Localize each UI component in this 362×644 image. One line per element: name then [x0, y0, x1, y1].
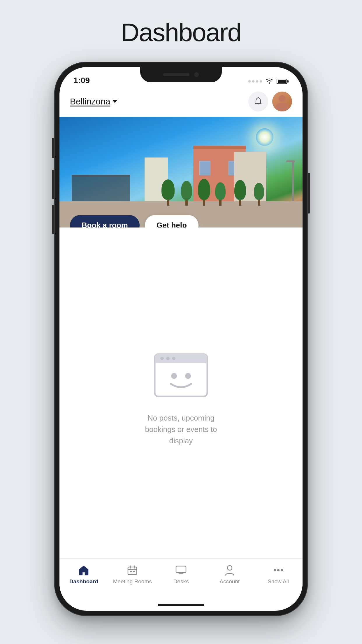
svg-point-17 — [281, 569, 283, 571]
svg-rect-10 — [128, 567, 137, 575]
page-title: Dashboard — [121, 18, 241, 47]
tree-3 — [198, 179, 210, 206]
status-icons — [248, 78, 289, 85]
battery-icon — [277, 79, 289, 84]
notifications-button[interactable] — [248, 92, 268, 111]
svg-point-8 — [171, 373, 177, 379]
sun-decoration — [256, 128, 273, 146]
more-icon — [272, 564, 285, 577]
tree-1 — [161, 179, 175, 206]
svg-point-7 — [172, 357, 175, 360]
tab-desks-label: Desks — [173, 578, 189, 585]
tree-2 — [181, 181, 192, 206]
svg-point-6 — [166, 357, 170, 360]
avatar[interactable] — [272, 92, 292, 111]
canopy-building — [72, 175, 130, 204]
empty-message: No posts, upcoming bookings or events to… — [137, 412, 225, 447]
home-indicator — [158, 604, 204, 606]
camera — [194, 72, 199, 77]
app-content: Bellinzona — [59, 88, 303, 558]
chevron-down-icon — [113, 100, 117, 103]
volume-down-button — [52, 205, 54, 234]
tree-6 — [254, 183, 264, 206]
tab-dashboard-label: Dashboard — [69, 578, 98, 585]
phone-shell: 1:09 — [54, 62, 308, 616]
get-help-button[interactable]: Get help — [145, 215, 198, 228]
home-icon — [77, 564, 90, 577]
power-button — [308, 173, 310, 214]
svg-rect-12 — [133, 571, 135, 572]
location-selector[interactable]: Bellinzona — [70, 97, 117, 106]
phone-screen: 1:09 — [59, 67, 303, 611]
tab-meeting-rooms[interactable]: Meeting Rooms — [108, 564, 157, 585]
tab-account[interactable]: Account — [205, 564, 254, 585]
hero-buttons: Book a room Get help — [70, 215, 198, 228]
notch — [140, 67, 222, 82]
empty-illustration — [152, 351, 210, 404]
book-room-button[interactable]: Book a room — [70, 215, 140, 228]
app-header: Bellinzona — [59, 88, 303, 117]
svg-point-9 — [185, 373, 191, 379]
header-actions — [248, 92, 292, 111]
mute-button — [52, 138, 54, 158]
home-bar — [59, 599, 303, 611]
empty-state: No posts, upcoming bookings or events to… — [59, 228, 303, 558]
hero-image: Book a room Get help — [59, 117, 303, 228]
person-icon — [223, 564, 236, 577]
svg-point-0 — [269, 83, 270, 84]
tab-bar: Dashboard Meeting Rooms — [59, 558, 303, 599]
tab-desks[interactable]: Desks — [157, 564, 205, 585]
wifi-icon — [265, 78, 274, 85]
tab-account-label: Account — [219, 578, 240, 585]
svg-rect-11 — [130, 571, 132, 572]
status-time: 1:09 — [73, 76, 90, 85]
tab-show-all[interactable]: Show All — [254, 564, 303, 585]
volume-up-button — [52, 170, 54, 199]
svg-point-1 — [258, 97, 259, 98]
svg-point-5 — [160, 357, 164, 360]
avatar-image — [272, 92, 292, 111]
svg-rect-13 — [176, 566, 186, 573]
tree-4 — [215, 182, 226, 206]
svg-rect-4 — [155, 360, 207, 363]
tab-meeting-rooms-label: Meeting Rooms — [113, 578, 152, 585]
calendar-icon — [126, 564, 139, 577]
svg-point-16 — [277, 569, 280, 571]
svg-point-15 — [274, 569, 276, 571]
tab-dashboard[interactable]: Dashboard — [59, 564, 108, 585]
signal-icon — [248, 80, 262, 83]
tree-5 — [234, 180, 246, 206]
street-lamp — [292, 160, 294, 204]
monitor-icon — [175, 564, 187, 577]
speaker — [163, 73, 189, 76]
location-name: Bellinzona — [70, 97, 110, 106]
tab-show-all-label: Show All — [268, 578, 289, 585]
svg-point-14 — [227, 566, 232, 570]
